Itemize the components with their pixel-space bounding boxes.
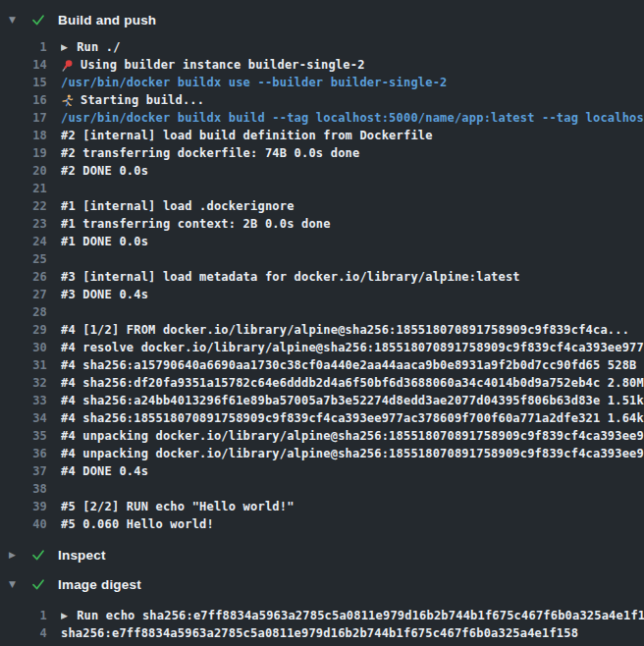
line-number[interactable]: 34 <box>0 411 47 425</box>
line-number[interactable]: 4 <box>0 626 47 640</box>
line-number[interactable]: 29 <box>0 323 47 337</box>
log-text: sha256:e7ff8834a5963a2785c5a0811e979d16b… <box>61 626 644 640</box>
line-number[interactable]: 20 <box>0 164 47 178</box>
log-text: Starting build... <box>61 93 644 107</box>
log-text-content: #4 unpacking docker.io/library/alpine@sh… <box>61 447 644 460</box>
log-text-content: #3 DONE 0.4s <box>61 288 148 301</box>
section-header-inspect[interactable]: ▶Inspect <box>0 541 644 568</box>
line-number[interactable]: 19 <box>0 146 47 160</box>
log-line: 37#4 DONE 0.4s <box>0 462 644 480</box>
expand-run-icon[interactable]: ▶ <box>61 611 68 620</box>
line-number[interactable]: 40 <box>0 517 47 531</box>
line-number[interactable]: 23 <box>0 217 47 231</box>
line-number[interactable]: 28 <box>0 305 47 319</box>
log-line: 29#4 [1/2] FROM docker.io/library/alpine… <box>0 321 644 339</box>
section-title: Build and push <box>58 13 156 27</box>
log-text-content: #1 [internal] load .dockerignore <box>61 199 295 213</box>
log-line: 22#1 [internal] load .dockerignore <box>0 197 644 215</box>
line-number[interactable]: 21 <box>0 182 47 195</box>
log-text-content: /usr/bin/docker buildx use --builder bui… <box>61 76 448 89</box>
line-number[interactable]: 33 <box>0 394 47 407</box>
log-text: #5 0.060 Hello world! <box>61 517 644 531</box>
log-text-content: #3 [internal] load metadata for docker.i… <box>61 270 520 284</box>
runner-emoji-icon <box>61 94 74 107</box>
log-line: 39#5 [2/2] RUN echo "Hello world!" <box>0 498 644 515</box>
log-text: /usr/bin/docker buildx use --builder bui… <box>61 76 644 89</box>
log-text: #4 sha256:df20fa9351a15782c64e6dddb2d4a6… <box>61 376 644 390</box>
log-text-content: /usr/bin/docker buildx build --tag local… <box>61 111 644 125</box>
log-line: 24#1 DONE 0.0s <box>0 233 644 250</box>
chevron-down-icon: ▼ <box>9 570 23 598</box>
log-text: #4 [1/2] FROM docker.io/library/alpine@s… <box>61 323 644 337</box>
section-header-build-and-push[interactable]: ▼Build and push <box>0 6 644 33</box>
log-text: #2 transferring dockerfile: 74B 0.0s don… <box>61 146 644 160</box>
log-line: 33#4 sha256:a24bb4013296f61e89ba57005a7b… <box>0 392 644 409</box>
log-text-content: #4 DONE 0.4s <box>61 464 148 478</box>
log-line: 18#2 [internal] load build definition fr… <box>0 127 644 144</box>
pushpin-emoji-icon <box>61 59 74 72</box>
log-line: 38 <box>0 480 644 498</box>
log-text: #1 DONE 0.0s <box>61 235 644 248</box>
log-text: #3 DONE 0.4s <box>61 288 644 301</box>
line-number[interactable]: 24 <box>0 235 47 248</box>
log-text-content: #1 DONE 0.0s <box>61 235 148 248</box>
log-line: 31#4 sha256:a15790640a6690aa1730c38cf0a4… <box>0 356 644 374</box>
log-line: 25 <box>0 250 644 268</box>
line-number[interactable]: 32 <box>0 376 47 390</box>
chevron-right-icon: ▶ <box>9 541 23 568</box>
log-text: #1 transferring context: 2B 0.0s done <box>61 217 644 231</box>
log-line: 19#2 transferring dockerfile: 74B 0.0s d… <box>0 144 644 162</box>
line-number[interactable]: 17 <box>0 111 47 125</box>
log-text-content: #4 sha256:a15790640a6690aa1730c38cf0a440… <box>61 358 644 372</box>
log-line: 17/usr/bin/docker buildx build --tag loc… <box>0 109 644 127</box>
log-text-content: #4 sha256:185518070891758909c9f839cf4ca3… <box>61 411 644 425</box>
log-text: #2 DONE 0.0s <box>61 164 644 178</box>
log-text-content: #2 [internal] load build definition from… <box>61 129 433 142</box>
line-number[interactable]: 22 <box>0 199 47 213</box>
log-text: #4 sha256:a24bb4013296f61e89ba57005a7b3e… <box>61 394 644 407</box>
log-line: 30#4 resolve docker.io/library/alpine@sh… <box>0 339 644 356</box>
line-number[interactable]: 35 <box>0 429 47 443</box>
line-number[interactable]: 39 <box>0 500 47 513</box>
line-number[interactable]: 15 <box>0 76 47 89</box>
log-line: 27#3 DONE 0.4s <box>0 286 644 303</box>
log-text-content: Run ./ <box>77 40 121 54</box>
line-number[interactable]: 38 <box>0 482 47 496</box>
log-section-inspect: ▶Inspect <box>0 541 644 568</box>
log-text: #4 unpacking docker.io/library/alpine@sh… <box>61 447 644 460</box>
log-text-content: #5 [2/2] RUN echo "Hello world!" <box>61 500 295 513</box>
log-line: 14Using builder instance builder-single-… <box>0 56 644 74</box>
line-number[interactable]: 26 <box>0 270 47 284</box>
line-number[interactable]: 37 <box>0 464 47 478</box>
log-section-build-and-push: ▼Build and push1▶Run ./14Using builder i… <box>0 6 644 539</box>
log-line: 36#4 unpacking docker.io/library/alpine@… <box>0 445 644 462</box>
line-number[interactable]: 31 <box>0 358 47 372</box>
workflow-log-viewer: ▼Build and push1▶Run ./14Using builder i… <box>0 0 644 646</box>
log-line: 20#2 DONE 0.0s <box>0 162 644 180</box>
line-number[interactable]: 25 <box>0 252 47 266</box>
log-line: 21 <box>0 180 644 197</box>
log-text: #4 sha256:185518070891758909c9f839cf4ca3… <box>61 411 644 425</box>
line-number[interactable]: 14 <box>0 58 47 72</box>
expand-run-icon[interactable]: ▶ <box>61 42 68 52</box>
line-number[interactable]: 18 <box>0 129 47 142</box>
section-header-image-digest[interactable]: ▼Image digest <box>0 570 644 598</box>
line-number[interactable]: 16 <box>0 93 47 107</box>
check-success-icon <box>30 547 46 563</box>
section-body: 1▶Run ./14Using builder instance builder… <box>0 33 644 539</box>
line-number[interactable]: 27 <box>0 288 47 301</box>
log-line: 1▶Run echo sha256:e7ff8834a5963a2785c5a0… <box>0 607 644 624</box>
log-text-content: Starting build... <box>80 93 204 107</box>
line-number[interactable]: 1 <box>0 609 47 622</box>
log-text-content: Run echo sha256:e7ff8834a5963a2785c5a081… <box>77 609 644 622</box>
log-text: #4 resolve docker.io/library/alpine@sha2… <box>61 341 644 354</box>
line-number[interactable]: 1 <box>0 40 47 54</box>
log-text-content: #2 DONE 0.0s <box>61 164 148 178</box>
log-text: ▶Run ./ <box>61 40 644 54</box>
line-number[interactable]: 36 <box>0 447 47 460</box>
section-body: 1▶Run echo sha256:e7ff8834a5963a2785c5a0… <box>0 598 644 646</box>
line-number[interactable]: 30 <box>0 341 47 354</box>
log-text: #4 sha256:a15790640a6690aa1730c38cf0a440… <box>61 358 644 372</box>
log-text: ▶Run echo sha256:e7ff8834a5963a2785c5a08… <box>61 609 644 622</box>
log-line: 35#4 unpacking docker.io/library/alpine@… <box>0 427 644 445</box>
